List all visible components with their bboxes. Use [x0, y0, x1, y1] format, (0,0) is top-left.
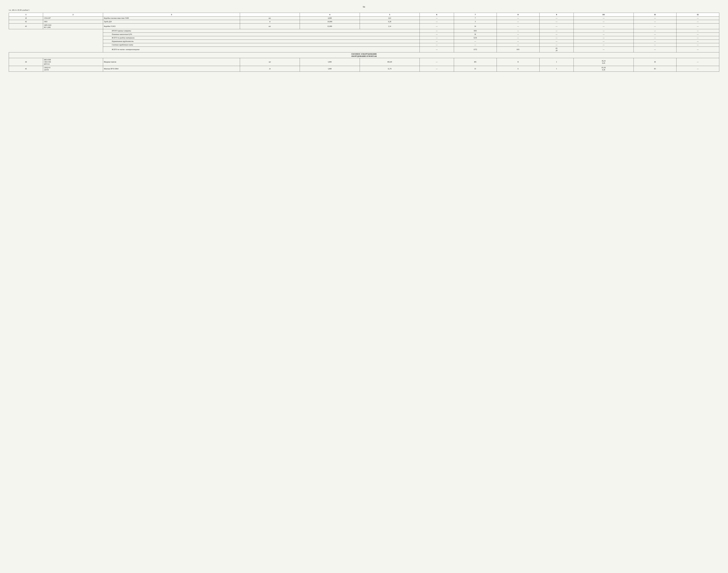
page-number: 94	[9, 6, 719, 8]
sum-col11: —	[633, 40, 676, 43]
row-col7: 3	[454, 20, 497, 23]
sum-col8: —	[497, 43, 539, 47]
sum-col11: —	[633, 36, 676, 40]
header-col-8: 8	[497, 13, 539, 16]
sum-col10: —	[574, 36, 633, 40]
row-col8: —	[497, 16, 539, 20]
sum-col7: 1572	[454, 47, 497, 52]
row-col7: I85	[454, 58, 497, 66]
sum-col8: —	[497, 33, 539, 36]
summary-label-vsego: ВСЕГО по разделу материалы	[103, 36, 420, 40]
header-col-1: I	[9, 13, 43, 16]
header-col-11: II	[633, 13, 676, 16]
sum-col6: —	[420, 43, 454, 47]
sum-col6: —	[420, 29, 454, 33]
row-code: ОII3	[43, 20, 103, 23]
row-qty2: 0,28	[360, 20, 420, 23]
row-num: 45	[9, 66, 43, 72]
row-qty2: I,63	[360, 16, 420, 20]
sum-col11: —	[633, 43, 676, 47]
sum-col8: IO5	[497, 47, 539, 52]
row-code: СКЦЭ II 220-6I	[43, 66, 103, 72]
summary-label-plan: Плановые накопления 8,0%	[103, 33, 420, 36]
row-col11: —	[633, 23, 676, 29]
row-qty: I2,000	[300, 23, 360, 29]
row-col6: —	[420, 20, 454, 23]
row-qty: 10,000	[300, 20, 360, 23]
sum-col10: —	[574, 43, 633, 47]
sum-col11: —	[633, 29, 676, 33]
sum-col12: —	[676, 36, 719, 40]
sum-col9: —	[539, 33, 574, 36]
row-col11: —	[633, 16, 676, 20]
row-col6: —	[420, 66, 454, 72]
header-col-5: 4	[300, 13, 360, 16]
header-col-12: I2	[676, 13, 719, 16]
sum-col10: —	[574, 47, 633, 52]
row-qty2: I,14	[360, 23, 420, 29]
row-col11: —	[633, 20, 676, 23]
row-col8: —	[497, 23, 539, 29]
header-col-5b: 5	[360, 13, 420, 16]
row-col12: —	[676, 16, 719, 20]
row-col10: —	[574, 20, 633, 23]
row-col6: —	[420, 23, 454, 29]
main-table: I 2 3 4 5 6 7 8 9 IO II I2 4I СI54-207 К…	[9, 13, 719, 72]
sum-col6: —	[420, 36, 454, 40]
sum-col12: —	[676, 47, 719, 52]
row-name: Труба Д20	[103, 20, 240, 23]
row-num: 43	[9, 23, 43, 29]
row-col8: II	[497, 58, 539, 66]
row-col10: I8,24 0,45	[574, 58, 633, 66]
row-col7: I3	[454, 66, 497, 72]
sum-col12: —	[676, 43, 719, 47]
table-row: 4I СI54-207 Коробка пласмассовая тина У4…	[9, 16, 719, 20]
sum-col10: —	[574, 33, 633, 36]
summary-row: ВСЕГО по части- электроосвещение — 1572 …	[9, 47, 719, 52]
row-col9: —	[539, 20, 574, 23]
row-col12: —	[676, 23, 719, 29]
sum-col9: —	[539, 36, 574, 40]
sum-col7: —	[454, 40, 497, 43]
sum-col11: —	[633, 33, 676, 36]
table-row: 42 ОII3 Труба Д20 м 10,000 0,28 — 3 — — …	[9, 20, 719, 23]
row-col10: —	[574, 23, 633, 29]
table-row: 45 СКЦЭ II 220-6I Монтаж ПР II-3064 лт I…	[9, 66, 719, 72]
row-col12: —	[676, 58, 719, 66]
row-name: Вводные панели	[103, 58, 240, 66]
row-col9: —	[539, 23, 574, 29]
sum-col7: II43	[454, 29, 497, 33]
sum-col12: —	[676, 29, 719, 33]
row-unit: шт.	[240, 16, 300, 20]
row-col9: —	[539, 16, 574, 20]
sum-col8: —	[497, 40, 539, 43]
sum-col11: —	[633, 47, 676, 52]
row-col8: 6	[497, 66, 539, 72]
row-col11: I8	[633, 58, 676, 66]
row-num: 44	[9, 58, 43, 66]
row-col10: —	[574, 16, 633, 20]
sum-col9: —	[539, 43, 574, 47]
row-col7: I4	[454, 23, 497, 29]
sum-col7: —	[454, 43, 497, 47]
header-col-6: 6	[420, 13, 454, 16]
row-col9: I	[539, 66, 574, 72]
section-header-text: СИЛОВОЕ З/ОБОРУДОВАНИЕ ОБОРУДОВАНИЕ И МО…	[9, 52, 719, 58]
summary-label-itogo: ИТОГО прямые затраты	[103, 29, 420, 33]
header-col-7: 7	[454, 13, 497, 16]
header-col-9: 9	[539, 13, 574, 16]
row-unit: шт.	[240, 23, 300, 29]
row-num: 42	[9, 20, 43, 23]
row-col11: IO	[633, 66, 676, 72]
sum-col9: —	[539, 40, 574, 43]
row-qty: 4,000	[300, 16, 360, 20]
sum-col12: —	[676, 40, 719, 43]
summary-row: Нормативная трудоемкость — — — — — — —	[9, 40, 719, 43]
sum-col6: —	[420, 47, 454, 52]
summary-row: Плановые накопления 8,0% — 9I — — — — —	[9, 33, 719, 36]
row-qty: I,000	[300, 66, 360, 72]
row-col10: IO,30 0,36	[574, 66, 633, 72]
sum-col8: —	[497, 29, 539, 33]
row-unit: шт	[240, 58, 300, 66]
row-qty2: I2,76	[360, 66, 420, 72]
